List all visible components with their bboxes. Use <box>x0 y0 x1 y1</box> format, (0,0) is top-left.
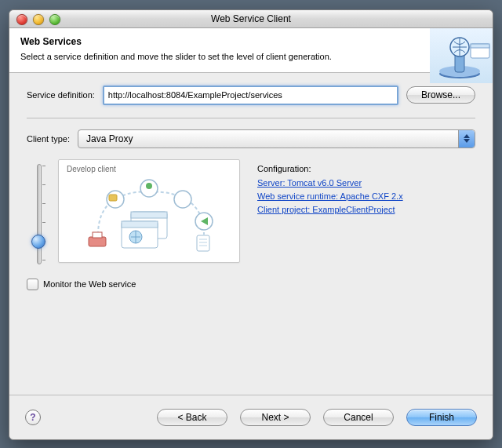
svg-rect-5 <box>471 44 489 48</box>
slider-tick <box>42 203 45 204</box>
updown-arrows-icon <box>458 130 475 148</box>
close-icon[interactable] <box>16 14 27 25</box>
runtime-link[interactable]: Web service runtime: Apache CXF 2.x <box>257 191 475 201</box>
service-definition-input[interactable] <box>103 86 398 105</box>
service-definition-label: Service definition: <box>27 90 95 100</box>
configuration-block: Configuration: Server: Tomcat v6.0 Serve… <box>253 159 475 264</box>
browse-button[interactable]: Browse... <box>406 86 475 104</box>
zoom-icon[interactable] <box>49 14 60 25</box>
wizard-banner: Web Services Select a service definition… <box>9 28 493 73</box>
generation-level-area: Develop client <box>27 159 475 264</box>
svg-rect-14 <box>131 212 167 218</box>
level-slider[interactable] <box>30 162 45 264</box>
svg-rect-16 <box>122 221 158 228</box>
banner-subtext: Select a service definition and move the… <box>20 51 389 63</box>
configuration-header: Configuration: <box>257 164 475 173</box>
level-illustration-card: Develop client <box>58 159 240 263</box>
cancel-button[interactable]: Cancel <box>323 409 394 426</box>
slider-tick <box>42 166 45 166</box>
finish-button[interactable]: Finish <box>406 409 477 426</box>
project-link[interactable]: Client project: ExampleClientProject <box>257 205 475 214</box>
banner-heading: Web Services <box>20 36 482 47</box>
svg-rect-22 <box>89 237 106 246</box>
service-definition-row: Service definition: Browse... <box>27 86 475 105</box>
help-button[interactable]: ? <box>25 410 41 425</box>
back-button[interactable]: < Back <box>157 409 227 426</box>
svg-rect-12 <box>109 195 117 201</box>
slider-track <box>37 164 42 264</box>
svg-point-11 <box>146 183 152 189</box>
server-link[interactable]: Server: Tomcat v6.0 Server <box>257 178 475 188</box>
next-button[interactable]: Next > <box>240 409 311 426</box>
monitor-row: Monitor the Web service <box>27 279 475 290</box>
window-controls <box>16 14 60 25</box>
slider-tick <box>42 184 45 185</box>
web-service-client-icon <box>430 28 493 83</box>
separator <box>27 118 475 118</box>
slider-thumb[interactable] <box>31 235 45 249</box>
minimize-icon[interactable] <box>33 14 44 25</box>
window-title: Web Service Client <box>211 13 291 24</box>
dialog-window: Web Service Client Web Services Select a… <box>9 9 493 440</box>
slider-tick <box>42 260 45 260</box>
lifecycle-diagram-icon <box>59 160 239 262</box>
wizard-footer: ? < Back Next > Cancel Finish <box>9 395 493 439</box>
monitor-checkbox[interactable] <box>27 279 38 290</box>
svg-rect-23 <box>93 232 102 238</box>
svg-rect-18 <box>197 235 209 251</box>
client-type-label: Client type: <box>27 134 70 144</box>
title-bar[interactable]: Web Service Client <box>9 10 493 28</box>
slider-tick <box>42 222 45 223</box>
svg-point-8 <box>174 191 191 208</box>
dialog-body: Service definition: Browse... Client typ… <box>9 73 493 290</box>
client-type-combo[interactable]: Java Proxy <box>78 129 475 148</box>
client-type-value: Java Proxy <box>86 133 458 144</box>
monitor-label: Monitor the Web service <box>43 279 136 289</box>
client-type-row: Client type: Java Proxy <box>27 129 475 148</box>
